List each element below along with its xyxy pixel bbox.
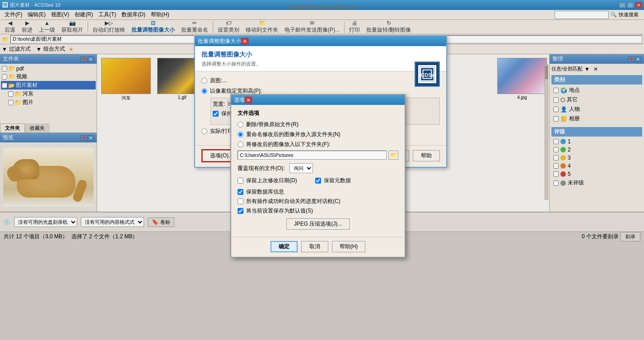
main-dialog-header-title: 批量调整图像大小 [201,51,440,59]
options-cancel-button[interactable]: 取消 [301,241,328,252]
options-dialog-close[interactable]: ✕ [245,97,252,103]
option-delete: 删除/替换原始文件(R) [238,121,398,128]
main-dialog-header-sub: 选择调整大小操作的设置。 [201,61,440,67]
save-default-row: 将当前设置保存为默认值(S) [238,207,398,215]
options-dialog-title: 选项 [234,96,245,104]
overwrite-label: 覆盖现有的文件(O): [238,165,285,172]
options-ok-button[interactable]: 确定 [271,241,298,252]
save-default-checkbox[interactable] [238,208,243,214]
keep-db-row: 保留数据库信息 [238,188,398,196]
radio-folder[interactable] [238,142,243,147]
options-dialog-titlebar: 选项 ✕ [231,95,405,105]
jpeg-options-button[interactable]: JPEG 压缩选项(J)... [286,218,350,230]
keep-db-label: 保留数据库信息 [246,188,284,196]
acdsee-logo: ACDSee [415,61,440,87]
radio-rename-label: 重命名修改后的图像并放入源文件夹(N) [246,131,341,138]
radio-rename[interactable] [238,132,243,137]
maintain-ratio[interactable] [213,111,219,117]
main-dialog-header: 批量调整图像大小 选择调整大小操作的设置。 ACDSee [195,46,446,71]
keep-date-row: 保留上次修改日期(D) [238,177,297,184]
main-help-button[interactable]: 帮助 [413,150,440,161]
radio-original-input[interactable] [201,78,207,84]
file-options-title: 文件选项 [238,109,398,117]
keep-date-checkbox[interactable] [238,178,243,184]
path-row: 📁 [238,151,398,160]
option-folder: 将修改后的图像放入以下文件夹(F): [238,141,398,148]
radio-delete-label: 删除/替换原始文件(R) [246,121,299,128]
keep-db-checkbox[interactable] [238,189,243,195]
auto-close-row: 所有操作成功时自动关闭进度对话框(C) [238,198,398,205]
radio-delete[interactable] [238,122,243,128]
radio-print-input[interactable] [201,128,207,134]
browse-button[interactable]: 📁 [388,151,398,160]
dest-path-input[interactable] [238,151,387,160]
radio-pixel-input[interactable] [201,88,207,94]
main-dialog-close[interactable]: ✕ [241,38,248,44]
options-dialog: 选项 ✕ 文件选项 删除/替换原始文件(R) 重命名修改后的图像并放入源文件夹(… [230,94,406,258]
overwrite-row: 覆盖现有的文件(O): 询问 总是 从不 [238,163,398,173]
radio-folder-label: 将修改后的图像放入以下文件夹(F): [246,141,331,148]
keep-metadata-label: 保留元数据 [324,177,351,184]
options-dialog-footer: 确定 取消 帮助(H) [231,237,405,257]
option-rename: 重命名修改后的图像并放入源文件夹(N) [238,131,398,138]
radio-original-label: 原图:... [210,77,227,85]
overwrite-select[interactable]: 询问 总是 从不 [289,163,313,173]
keep-metadata-row: 保留元数据 [315,177,351,184]
options-dialog-body: 文件选项 删除/替换原始文件(R) 重命名修改后的图像并放入源文件夹(N) 将修… [231,105,405,237]
main-dialog-title: 批量调整图像大小 [198,38,241,45]
keep-date-label: 保留上次修改日期(D) [246,177,297,184]
save-default-label: 将当前设置保存为默认值(S) [246,207,313,215]
auto-close-checkbox[interactable] [238,198,243,204]
svg-text:ACDSee: ACDSee [420,72,435,78]
main-dialog-titlebar: 批量调整图像大小 ✕ [195,36,446,46]
checkbox-row-1: 保留上次修改日期(D) 保留元数据 [238,177,398,186]
keep-metadata-checkbox[interactable] [315,178,321,184]
jpeg-btn-row: JPEG 压缩选项(J)... [238,218,398,230]
options-help-button[interactable]: 帮助(H) [332,241,366,252]
auto-close-label: 所有操作成功时自动关闭进度对话框(C) [246,198,341,205]
radio-original: 原图:... [201,77,440,85]
